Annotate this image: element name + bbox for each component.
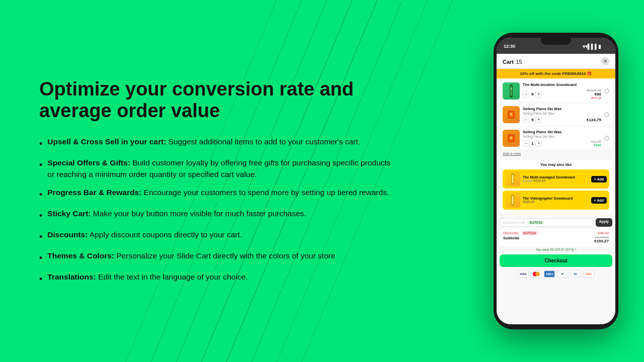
amex-icon: AMEX: [544, 270, 555, 278]
list-item: • Themes & Colors: Personalize your Slid…: [39, 250, 396, 264]
qty-plus-3[interactable]: +: [535, 140, 542, 147]
close-button[interactable]: ✕: [601, 57, 609, 65]
upsell-new-price-2: €885,95: [523, 200, 535, 204]
battery-icon: ▮: [598, 44, 601, 49]
svg-rect-20: [512, 196, 513, 205]
cart-item-1: The Multi-location Snowboard − 9 + €6,66…: [500, 80, 612, 102]
cart-item-3: Selling Plans Ski Wax Selling Plans Ski …: [500, 127, 612, 149]
discount-row: Discount code AUTO10 Apply: [497, 216, 615, 229]
discounts-label: Discounts AUTO10: [503, 231, 538, 235]
upsell-prices-2: €885,95: [523, 200, 589, 204]
qty-control-2[interactable]: − 5 +: [523, 117, 542, 123]
item-image-3: [503, 130, 520, 147]
qty-minus-3[interactable]: −: [523, 140, 529, 147]
upsell-add-button-1[interactable]: + Add: [591, 176, 607, 183]
left-panel: Optimize your conversion rate and averag…: [0, 0, 483, 362]
bullet-icon: •: [39, 273, 42, 286]
svg-rect-10: [511, 88, 512, 89]
item-qty-price-1: − 9 + €6,660.95 €90 99% off: [523, 88, 601, 100]
list-item: • Upsell & Cross Sell in your cart: Sugg…: [39, 136, 396, 150]
wifi-icon: ▾▾: [583, 44, 588, 49]
qty-value-3: 1: [531, 141, 533, 146]
item-radio-1[interactable]: [604, 88, 609, 94]
promo-bar: 10% off with the code PREMIUM10 🎁: [497, 69, 615, 78]
svg-rect-13: [510, 113, 512, 115]
item-radio-2[interactable]: [604, 112, 609, 117]
discounts-value: -€46,43: [597, 231, 609, 235]
list-item: • Progress Bar & Rewards: Encourage your…: [39, 187, 396, 201]
item-price-1: €6,660.95 €90 99% off: [587, 88, 601, 100]
item-price-2: €124,75: [587, 118, 601, 122]
qty-control-1[interactable]: − 9 +: [523, 91, 542, 98]
phone-mockup: 12:30 ▾▾ ▌▌▌ ▮ Cart 15 ✕: [483, 0, 644, 362]
signal-icon: ▌▌▌: [588, 44, 598, 49]
qty-plus-2[interactable]: +: [535, 117, 542, 123]
cart-items-area: The Multi-location Snowboard − 9 + €6,66…: [497, 78, 615, 324]
discover-icon: DISC: [583, 270, 594, 278]
discount-input[interactable]: Discount code AUTO10: [500, 218, 594, 227]
bullet-icon: •: [39, 188, 42, 201]
subtotal-value: €193,27: [594, 239, 609, 243]
svg-point-23: [535, 272, 540, 276]
item-image-1: [503, 82, 520, 100]
checkout-button[interactable]: Checkout: [500, 254, 612, 267]
feature-text: Special Offers & Gifts: Build customer l…: [47, 157, 396, 180]
upsell-item-1: The Multi-managed Snowboard €7,006 €629,…: [503, 169, 609, 189]
item-qty-price-2: − 5 + €124,75: [523, 117, 601, 123]
bullet-icon: •: [39, 137, 42, 150]
list-item: • Special Offers & Gifts: Build customer…: [39, 157, 396, 180]
qty-plus-1[interactable]: +: [535, 91, 542, 98]
qty-value-2: 5: [531, 118, 533, 122]
list-item: • Translations: Edit the text in the lan…: [39, 272, 396, 286]
current-price-2: €124,75: [587, 118, 601, 122]
svg-rect-18: [512, 174, 513, 184]
item-name-2: Selling Plans Ski Wax: [523, 107, 601, 111]
paypal-icon: P: [557, 270, 568, 278]
feature-text: Translations: Edit the text in the langu…: [47, 272, 248, 283]
upsell-old-price-1: €7,006: [523, 179, 533, 183]
cart-title: Cart 15: [503, 57, 522, 66]
item-radio-3[interactable]: [604, 136, 609, 141]
time-display: 12:30: [504, 44, 515, 49]
svg-rect-9: [510, 86, 512, 96]
item-details-3: Selling Plans Ski Wax Selling Plans Ski …: [523, 130, 601, 147]
item-details-2: Selling Plans Ski Wax Selling Plans Ski …: [523, 107, 601, 123]
item-name-3: Selling Plans Ski Wax: [523, 130, 601, 134]
feature-text: Discounts: Apply discount coupons direct…: [47, 229, 242, 240]
item-details-1: The Multi-location Snowboard − 9 + €6,66…: [523, 82, 601, 100]
discounts-row: Discounts AUTO10 -€46,43: [503, 231, 609, 235]
status-icons: ▾▾ ▌▌▌ ▮: [576, 41, 608, 52]
qty-minus-1[interactable]: −: [523, 91, 529, 98]
add-note-link[interactable]: Add a note: [497, 149, 615, 158]
discount-code-tag: AUTO10: [527, 220, 544, 225]
upsell-add-button-2[interactable]: + Add: [591, 197, 607, 204]
feature-text: Sticky Cart: Make your buy button more v…: [47, 208, 306, 219]
upsell-name-1: The Multi-managed Snowboard: [523, 175, 589, 179]
bullet-icon: •: [39, 209, 42, 222]
visa-icon: VISA: [518, 270, 529, 278]
qty-control-3[interactable]: − 1 +: [523, 140, 542, 147]
upsell-new-price-1: €629,95: [534, 179, 546, 183]
apply-button[interactable]: Apply: [596, 218, 612, 227]
cart-header: Cart 15 ✕: [497, 54, 615, 69]
diners-icon: DC: [570, 270, 581, 278]
item-image-2: [503, 106, 520, 123]
phone-shell: 12:30 ▾▾ ▌▌▌ ▮ Cart 15 ✕: [494, 33, 618, 329]
free-badge-3: Free: [591, 143, 601, 147]
feature-text: Upsell & Cross Sell in your cart: Sugges…: [47, 136, 360, 147]
cart-item-2: Selling Plans Ski Wax Selling Plans Ski …: [500, 104, 612, 126]
item-subtitle-3: Selling Plans Ski Wax: [523, 135, 601, 138]
current-price-1: €90: [587, 92, 601, 97]
phone-screen: 12:30 ▾▾ ▌▌▌ ▮ Cart 15 ✕: [497, 38, 615, 324]
feature-text: Themes & Colors: Personalize your Slide …: [47, 250, 335, 261]
subtotal-values: €8,719.26 €193,27: [594, 236, 609, 243]
payment-icons: VISA AMEX P DC DISC: [497, 269, 615, 280]
svg-rect-16: [510, 137, 512, 139]
mastercard-icon: [531, 270, 542, 278]
upsell-item-2: The Videographer Snowboard €885,95 + Add: [503, 191, 609, 210]
upsell-prices-1: €7,006 €629,95: [523, 179, 589, 183]
qty-minus-2[interactable]: −: [523, 117, 529, 123]
upsell-details-1: The Multi-managed Snowboard €7,006 €629,…: [523, 175, 589, 183]
phone-notch: [541, 38, 571, 45]
bullet-icon: •: [39, 230, 42, 243]
